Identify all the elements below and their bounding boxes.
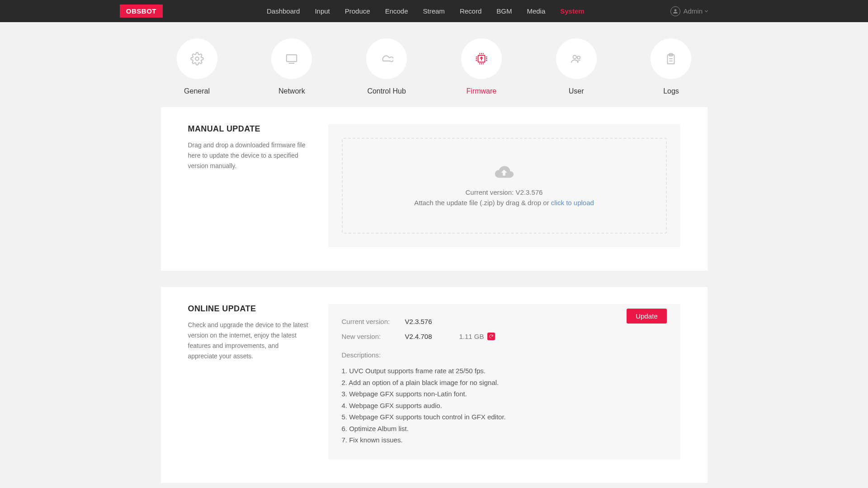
svg-rect-1: [287, 55, 297, 61]
list-item: 7. Fix known issues.: [342, 434, 667, 446]
manual-drop-container: Current version: V2.3.576 Attach the upd…: [328, 124, 680, 247]
descriptions-heading: Descriptions:: [342, 351, 667, 359]
avatar-icon: [670, 6, 680, 16]
subtab-label: Network: [278, 87, 305, 95]
dropzone-instruct: Attach the update file (.zip) by drag & …: [414, 199, 594, 206]
cloud-icon: [380, 52, 393, 66]
cur-version-label: Current version:: [342, 318, 405, 325]
chevron-down-icon: [705, 9, 708, 12]
subtab-label: Firmware: [467, 87, 497, 95]
list-item: 6. Optimize Album list.: [342, 423, 667, 435]
svg-point-0: [195, 57, 199, 61]
panel-online-update: ONLINE UPDATE Check and upgrade the devi…: [161, 287, 708, 483]
users-icon: [570, 52, 583, 66]
panel-manual-update: MANUAL UPDATE Drag and drop a downloaded…: [161, 107, 708, 271]
click-to-upload-link[interactable]: click to upload: [551, 199, 594, 206]
cur-version-value: V2.3.576: [405, 318, 446, 325]
nav-produce[interactable]: Produce: [345, 7, 370, 15]
topbar: OBSBOT Dashboard Input Produce Encode St…: [0, 0, 868, 22]
update-button[interactable]: Update: [627, 309, 666, 324]
subtab-label: Control Hub: [367, 87, 406, 95]
online-title: ONLINE UPDATE: [188, 304, 310, 314]
user-name: Admin: [683, 7, 703, 15]
list-item: 3. Webpage GFX supports non-Latin font.: [342, 388, 667, 400]
list-item: 1. UVC Output supports frame rate at 25/…: [342, 365, 667, 377]
manual-title: MANUAL UPDATE: [188, 124, 310, 134]
svg-point-5: [577, 56, 580, 59]
version-grid: Current version: V2.3.576 New version: V…: [342, 318, 667, 340]
online-desc: Check and upgrade the device to the late…: [188, 320, 310, 361]
brand-wrap: OBSBOT: [0, 5, 163, 18]
subtab-label: User: [569, 87, 584, 95]
nav-input[interactable]: Input: [315, 7, 330, 15]
user-menu[interactable]: Admin: [670, 6, 708, 16]
cloud-upload-icon: [494, 165, 514, 179]
new-version-value: V2.4.708: [405, 333, 446, 340]
subtab-label: General: [184, 87, 210, 95]
subtab-network[interactable]: Network: [271, 38, 312, 95]
manual-desc: Drag and drop a downloaded firmware file…: [188, 140, 310, 171]
online-info: Update Current version: V2.3.576 New ver…: [328, 304, 680, 460]
subtab-control-hub[interactable]: Control Hub: [366, 38, 407, 95]
new-version-label: New version:: [342, 333, 405, 340]
monitor-icon: [285, 52, 298, 66]
brand-logo: OBSBOT: [120, 5, 163, 18]
subtab-firmware[interactable]: Firmware: [461, 38, 502, 95]
list-item: 4. Webpage GFX supports audio.: [342, 400, 667, 412]
online-text: ONLINE UPDATE Check and upgrade the devi…: [188, 304, 328, 460]
nav-stream[interactable]: Stream: [423, 7, 445, 15]
subtab-logs[interactable]: Logs: [651, 38, 691, 95]
refresh-icon: [489, 334, 494, 339]
top-nav: Dashboard Input Produce Encode Stream Re…: [267, 7, 585, 15]
list-item: 2. Add an option of a plain black image …: [342, 377, 667, 389]
list-item: 5. Webpage GFX supports touch control in…: [342, 411, 667, 423]
nav-media[interactable]: Media: [527, 7, 545, 15]
manual-text: MANUAL UPDATE Drag and drop a downloaded…: [188, 124, 328, 247]
subtab-user[interactable]: User: [556, 38, 597, 95]
chip-upload-icon: [475, 52, 488, 66]
dropzone-current-version: Current version: V2.3.576: [466, 188, 543, 196]
nav-record[interactable]: Record: [460, 7, 481, 15]
nav-dashboard[interactable]: Dashboard: [267, 7, 300, 15]
subtab-general[interactable]: General: [177, 38, 217, 95]
subtab-label: Logs: [663, 87, 679, 95]
new-version-size: 1.11 GB: [459, 333, 667, 340]
system-subtabs: General Network Control Hub Firmware Use…: [161, 38, 708, 95]
clipboard-icon: [664, 52, 678, 66]
refresh-button[interactable]: [487, 333, 495, 340]
nav-system[interactable]: System: [560, 7, 584, 15]
nav-bgm[interactable]: BGM: [496, 7, 512, 15]
svg-point-4: [573, 56, 576, 59]
descriptions-list: 1. UVC Output supports frame rate at 25/…: [342, 365, 667, 446]
firmware-dropzone[interactable]: Current version: V2.3.576 Attach the upd…: [342, 138, 667, 234]
nav-encode[interactable]: Encode: [385, 7, 408, 15]
gear-icon: [190, 52, 204, 66]
